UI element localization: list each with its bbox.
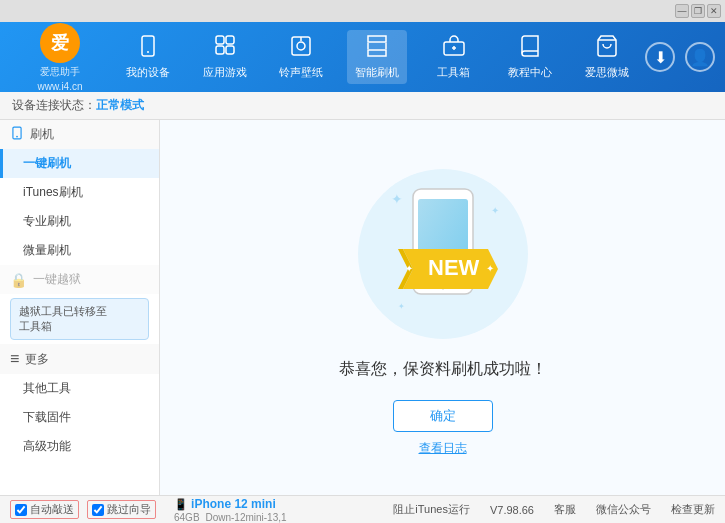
svg-text:✦: ✦ bbox=[486, 263, 494, 274]
nav-smart-flash-label: 智能刷机 bbox=[355, 65, 399, 80]
auto-jump-input[interactable] bbox=[15, 504, 27, 516]
confirm-button[interactable]: 确定 bbox=[393, 400, 493, 432]
logo-icon: 爱 bbox=[40, 23, 80, 63]
skip-wizard-input[interactable] bbox=[92, 504, 104, 516]
skip-wizard-label: 跳过向导 bbox=[107, 502, 151, 517]
nav-ringtones-label: 铃声壁纸 bbox=[279, 65, 323, 80]
sidebar-section-more[interactable]: ≡ 更多 bbox=[0, 344, 159, 374]
svg-point-5 bbox=[297, 42, 305, 50]
bottom-right: 阻止iTunes运行 V7.98.66 客服 微信公众号 检查更新 bbox=[393, 502, 715, 517]
restore-button[interactable]: ❐ bbox=[691, 4, 705, 18]
auto-jump-checkbox[interactable]: 自动敲送 bbox=[10, 500, 79, 519]
nav-tutorial-label: 教程中心 bbox=[508, 65, 552, 80]
logo-url: www.i4.cn bbox=[37, 81, 82, 92]
device-name: iPhone 12 mini bbox=[191, 497, 276, 511]
stop-itunes-button[interactable]: 阻止iTunes运行 bbox=[393, 502, 470, 517]
minimize-button[interactable]: — bbox=[675, 4, 689, 18]
smart-flash-icon bbox=[365, 34, 389, 63]
nav-tutorial[interactable]: 教程中心 bbox=[500, 30, 560, 84]
more-section-icon: ≡ bbox=[10, 350, 19, 368]
nav-items: 我的设备 应用游戏 铃声壁纸 智能刷机 工具箱 bbox=[110, 30, 645, 84]
download-button[interactable]: ⬇ bbox=[645, 42, 675, 72]
sidebar-item-save-flash[interactable]: 微量刷机 bbox=[0, 236, 159, 265]
tmall-icon bbox=[595, 34, 619, 63]
main-content: ✦ ✦ ✦ NEW ✦ ✦ bbox=[160, 120, 725, 495]
svg-text:NEW: NEW bbox=[428, 255, 480, 280]
ringtones-icon bbox=[289, 34, 313, 63]
sidebar-item-itunes-flash[interactable]: iTunes刷机 bbox=[0, 178, 159, 207]
sidebar-item-advanced[interactable]: 高级功能 bbox=[0, 432, 159, 461]
title-bar: — ❐ ✕ bbox=[0, 0, 725, 22]
sidebar-item-onekey-flash[interactable]: 一键刷机 bbox=[0, 149, 159, 178]
success-message: 恭喜您，保资料刷机成功啦！ bbox=[339, 359, 547, 380]
more-section-label: 更多 bbox=[25, 351, 49, 368]
auto-jump-label: 自动敲送 bbox=[30, 502, 74, 517]
logo-area: 爱 爱思助手 www.i4.cn bbox=[10, 23, 110, 92]
apps-games-icon bbox=[213, 34, 237, 63]
svg-text:✦: ✦ bbox=[405, 263, 413, 274]
bottom-left: 自动敲送 跳过向导 📱 iPhone 12 mini 64GB Down-12m… bbox=[10, 497, 393, 523]
customer-service-link[interactable]: 客服 bbox=[554, 502, 576, 517]
nav-apps-games-label: 应用游戏 bbox=[203, 65, 247, 80]
device-icon: 📱 bbox=[174, 498, 188, 510]
toolbox-icon bbox=[442, 34, 466, 63]
svg-point-12 bbox=[16, 136, 18, 138]
check-update-link[interactable]: 检查更新 bbox=[671, 502, 715, 517]
success-illustration: ✦ ✦ ✦ NEW ✦ ✦ bbox=[343, 159, 543, 359]
sidebar: 刷机 一键刷机 iTunes刷机 专业刷机 微量刷机 🔒 一键越狱 越狱工具已转… bbox=[0, 120, 160, 495]
device-system: Down-12mini-13,1 bbox=[203, 512, 287, 523]
svg-text:✦: ✦ bbox=[491, 205, 499, 216]
nav-right-actions: ⬇ 👤 bbox=[645, 42, 715, 72]
nav-ringtones[interactable]: 铃声壁纸 bbox=[271, 30, 331, 84]
tutorial-icon bbox=[518, 34, 542, 63]
header: 爱 爱思助手 www.i4.cn 我的设备 应用游戏 铃声壁纸 bbox=[0, 22, 725, 92]
stop-itunes-label: 阻止iTunes运行 bbox=[393, 502, 470, 517]
revisit-link[interactable]: 查看日志 bbox=[419, 440, 467, 457]
my-device-icon bbox=[136, 34, 160, 63]
svg-text:✦: ✦ bbox=[398, 302, 405, 311]
status-bar: 设备连接状态： 正常模式 bbox=[0, 92, 725, 120]
sidebar-item-pro-flash[interactable]: 专业刷机 bbox=[0, 207, 159, 236]
bottom-bar: 自动敲送 跳过向导 📱 iPhone 12 mini 64GB Down-12m… bbox=[0, 495, 725, 523]
svg-point-3 bbox=[147, 51, 149, 53]
device-storage: 64GB bbox=[174, 512, 200, 523]
nav-my-device-label: 我的设备 bbox=[126, 65, 170, 80]
user-button[interactable]: 👤 bbox=[685, 42, 715, 72]
status-value: 正常模式 bbox=[96, 97, 144, 114]
version-label: V7.98.66 bbox=[490, 504, 534, 516]
jailbreak-section-icon: 🔒 bbox=[10, 272, 27, 288]
sidebar-section-flash[interactable]: 刷机 bbox=[0, 120, 159, 149]
device-info: 📱 iPhone 12 mini 64GB Down-12mini-13,1 bbox=[174, 497, 287, 523]
nav-smart-flash[interactable]: 智能刷机 bbox=[347, 30, 407, 84]
status-label: 设备连接状态： bbox=[12, 97, 96, 114]
sidebar-item-download-firmware[interactable]: 下载固件 bbox=[0, 403, 159, 432]
sidebar-item-other-tools[interactable]: 其他工具 bbox=[0, 374, 159, 403]
nav-tmall[interactable]: 爱思微城 bbox=[577, 30, 637, 84]
nav-apps-games[interactable]: 应用游戏 bbox=[195, 30, 255, 84]
nav-toolbox[interactable]: 工具箱 bbox=[424, 30, 484, 84]
main-layout: 刷机 一键刷机 iTunes刷机 专业刷机 微量刷机 🔒 一键越狱 越狱工具已转… bbox=[0, 120, 725, 495]
jailbreak-section-label: 一键越狱 bbox=[33, 271, 81, 288]
flash-section-icon bbox=[10, 126, 24, 143]
svg-text:爱: 爱 bbox=[51, 33, 69, 53]
nav-tmall-label: 爱思微城 bbox=[585, 65, 629, 80]
svg-text:✦: ✦ bbox=[391, 191, 403, 207]
nav-toolbox-label: 工具箱 bbox=[437, 65, 470, 80]
jailbreak-notice: 越狱工具已转移至工具箱 bbox=[10, 298, 149, 340]
skip-wizard-checkbox[interactable]: 跳过向导 bbox=[87, 500, 156, 519]
close-button[interactable]: ✕ bbox=[707, 4, 721, 18]
flash-section-label: 刷机 bbox=[30, 126, 54, 143]
nav-my-device[interactable]: 我的设备 bbox=[118, 30, 178, 84]
sidebar-section-jailbreak: 🔒 一键越狱 bbox=[0, 265, 159, 294]
wechat-link[interactable]: 微信公众号 bbox=[596, 502, 651, 517]
logo-name: 爱思助手 bbox=[40, 65, 80, 79]
